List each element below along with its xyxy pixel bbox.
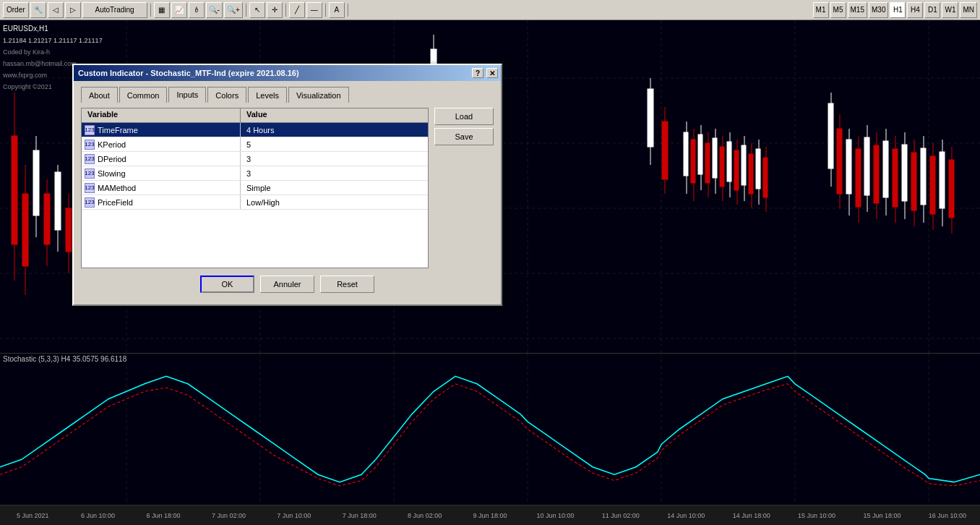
zoom-in-btn[interactable]: 🔍+ [224, 2, 243, 18]
cancel-button[interactable]: Annuler [260, 276, 314, 293]
sep-5 [348, 4, 348, 17]
crosshair-btn[interactable]: ✛ [267, 2, 283, 18]
load-button[interactable]: Load [434, 108, 494, 125]
tab-inputs[interactable]: Inputs [168, 87, 206, 103]
sep-2 [246, 4, 246, 17]
variable-cell: 123 Slowing [82, 166, 241, 180]
row-type-icon: 123 [85, 197, 95, 208]
tf-d1[interactable]: D1 [924, 2, 940, 18]
dialog-footer: OK Annuler Reset [81, 268, 494, 299]
toolbar-btn-1[interactable]: 🔧 [30, 2, 46, 18]
table-row[interactable]: 123 Slowing 3 [82, 166, 428, 181]
chart-bar-btn[interactable]: ▦ [154, 2, 170, 18]
dialog-tabs: About Common Inputs Colors Levels Visual… [81, 87, 494, 103]
tf-m30[interactable]: M30 [869, 2, 888, 18]
indicator-dialog: Custom Indicator - Stochastic_MTF-Ind (e… [72, 64, 502, 306]
ok-button[interactable]: OK [200, 276, 254, 293]
tf-w1[interactable]: W1 [942, 2, 958, 18]
toolbar-btn-2[interactable]: ◁ [48, 2, 64, 18]
dialog-body: About Common Inputs Colors Levels Visual… [74, 81, 501, 304]
dialog-titlebar: Custom Indicator - Stochastic_MTF-Ind (e… [74, 65, 501, 81]
tab-about[interactable]: About [81, 87, 118, 103]
cursor-btn[interactable]: ↖ [249, 2, 265, 18]
dialog-title: Custom Indicator - Stochastic_MTF-Ind (e… [78, 69, 472, 77]
value-cell[interactable]: Low/High [241, 195, 428, 209]
variable-cell: 123 DPeriod [82, 152, 241, 166]
value-cell[interactable]: 3 [241, 152, 428, 166]
reset-button[interactable]: Reset [320, 276, 374, 293]
inputs-table[interactable]: Variable Value 123 TimeFrame 4 Hours [81, 108, 429, 268]
table-row[interactable]: 123 PriceField Low/High [82, 195, 428, 210]
table-row[interactable]: 123 TimeFrame 4 Hours [82, 123, 428, 137]
tab-visualization[interactable]: Visualization [288, 87, 349, 103]
table-empty-space [82, 210, 428, 268]
dialog-help-button[interactable]: ? [472, 68, 483, 78]
top-toolbar: Order 🔧 ◁ ▷ AutoTrading ▦ 📈 🕯 🔍- 🔍+ ↖ ✛ … [0, 0, 980, 20]
table-header: Variable Value [82, 108, 428, 123]
chart-line-btn[interactable]: 📈 [171, 2, 187, 18]
variable-cell: 123 MAMethod [82, 181, 241, 195]
col-variable: Variable [82, 108, 241, 122]
row-type-icon: 123 [85, 140, 95, 150]
row-type-icon: 123 [85, 168, 95, 179]
table-row[interactable]: 123 MAMethod Simple [82, 181, 428, 195]
table-row[interactable]: 123 KPeriod 5 [82, 137, 428, 152]
toolbar-btn-3[interactable]: ▷ [65, 2, 81, 18]
dialog-close-button[interactable]: ✕ [486, 68, 498, 78]
sep-1 [150, 4, 151, 17]
tf-m15[interactable]: M15 [848, 2, 867, 18]
value-cell[interactable]: 3 [241, 166, 428, 180]
order-btn[interactable]: Order [3, 2, 29, 18]
tf-m5[interactable]: M5 [830, 2, 846, 18]
hline-btn[interactable]: — [306, 2, 322, 18]
tf-m1[interactable]: M1 [813, 2, 829, 18]
variable-cell: 123 PriceField [82, 195, 241, 209]
tf-h4[interactable]: H4 [907, 2, 923, 18]
save-button[interactable]: Save [434, 128, 494, 145]
row-type-icon: 123 [85, 125, 95, 135]
value-cell[interactable]: 4 Hours [241, 123, 428, 137]
tab-levels[interactable]: Levels [248, 87, 287, 103]
load-save-buttons: Load Save [434, 102, 494, 268]
tab-common[interactable]: Common [119, 87, 168, 103]
row-type-icon: 123 [85, 183, 95, 193]
sep-3 [285, 4, 286, 17]
tab-colors[interactable]: Colors [207, 87, 246, 103]
tf-h1[interactable]: H1 [890, 2, 906, 18]
line-btn[interactable]: ╱ [289, 2, 305, 18]
row-type-icon: 123 [85, 154, 95, 164]
chart-candle-btn[interactable]: 🕯 [189, 2, 205, 18]
table-row[interactable]: 123 DPeriod 3 [82, 152, 428, 166]
value-cell[interactable]: Simple [241, 181, 428, 195]
tf-mn[interactable]: MN [960, 2, 977, 18]
zoom-out-btn[interactable]: 🔍- [206, 2, 223, 18]
content-area: Variable Value 123 TimeFrame 4 Hours [81, 102, 494, 268]
col-value: Value [241, 108, 428, 122]
autotrading-btn[interactable]: AutoTrading [82, 2, 147, 18]
value-cell[interactable]: 5 [241, 137, 428, 151]
variable-cell: 123 KPeriod [82, 137, 241, 151]
variable-cell: 123 TimeFrame [82, 123, 241, 137]
modal-overlay: Custom Indicator - Stochastic_MTF-Ind (e… [0, 20, 980, 525]
sep-4 [325, 4, 326, 17]
text-btn[interactable]: A [329, 2, 345, 18]
